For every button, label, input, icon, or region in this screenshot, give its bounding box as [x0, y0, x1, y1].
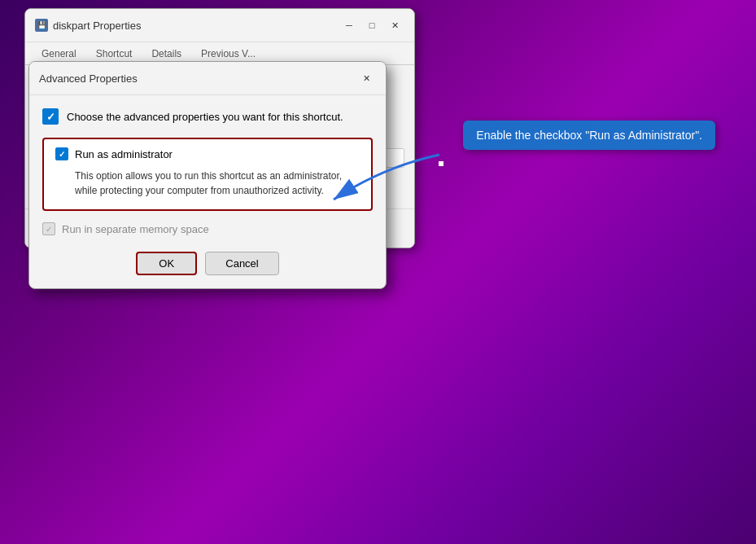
advanced-dialog-buttons: OK Cancel — [29, 242, 386, 288]
advanced-dialog-title: Advanced Properties — [39, 72, 138, 85]
diskpart-icon-symbol: 💾 — [37, 21, 46, 29]
run-as-admin-label: Run as administrator — [75, 148, 173, 160]
advanced-ok-button[interactable]: OK — [136, 252, 197, 275]
run-as-admin-checkbox[interactable] — [55, 147, 68, 160]
annotation-arrow — [317, 151, 448, 216]
advanced-close-button[interactable]: ✕ — [356, 68, 376, 88]
annotation-tooltip: Enable the checkbox "Run as Administrato… — [463, 121, 715, 150]
diskpart-icon: 💾 — [35, 19, 48, 32]
top-description: Choose the advanced properties you want … — [67, 111, 343, 123]
diskpart-window-controls: ─ □ ✕ — [339, 15, 404, 35]
diskpart-titlebar: 💾 diskpart Properties ─ □ ✕ — [25, 9, 414, 42]
top-checkbox[interactable] — [42, 108, 59, 125]
diskpart-titlebar-left: 💾 diskpart Properties — [35, 19, 141, 32]
separate-memory-label: Run in separate memory space — [62, 223, 209, 235]
run-as-admin-header: Run as administrator — [55, 147, 360, 160]
diskpart-minimize-button[interactable]: ─ — [339, 15, 359, 35]
advanced-cancel-button[interactable]: Cancel — [205, 252, 278, 275]
separate-memory-checkbox[interactable] — [42, 222, 55, 235]
top-checkbox-row: Choose the advanced properties you want … — [42, 108, 373, 125]
diskpart-window-title: diskpart Properties — [53, 20, 141, 32]
advanced-titlebar: Advanced Properties ✕ — [29, 62, 386, 95]
separate-memory-row: Run in separate memory space — [42, 222, 373, 235]
annotation-text: Enable the checkbox "Run as Administrato… — [476, 129, 702, 142]
diskpart-close-button[interactable]: ✕ — [385, 15, 404, 35]
diskpart-maximize-button[interactable]: □ — [362, 15, 382, 35]
